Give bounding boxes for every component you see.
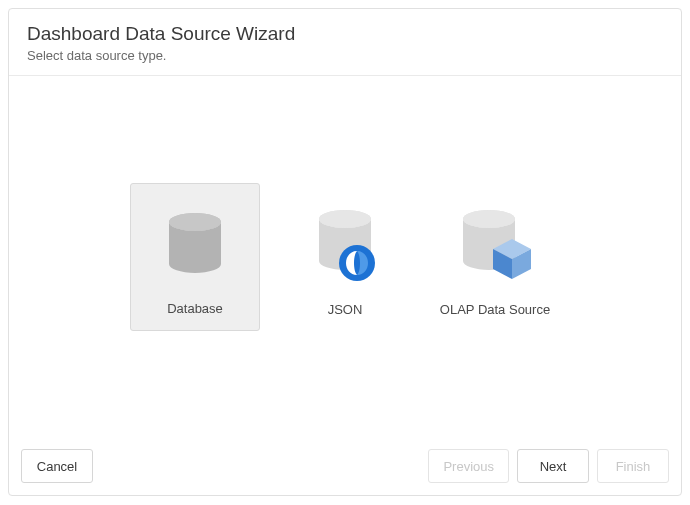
wizard-title: Dashboard Data Source Wizard [27,23,663,45]
database-icon [155,203,235,285]
option-json[interactable]: JSON [280,183,410,331]
wizard-body: Database JSON [9,76,681,437]
svg-point-3 [319,210,371,228]
option-olap-label: OLAP Data Source [440,302,550,317]
option-database[interactable]: Database [130,183,260,331]
svg-point-1 [169,213,221,231]
wizard-subtitle: Select data source type. [27,48,663,63]
wizard-header: Dashboard Data Source Wizard Select data… [9,9,681,76]
svg-point-4 [339,245,375,281]
olap-icon [455,204,535,286]
wizard-footer: Cancel Previous Next Finish [9,437,681,495]
next-button[interactable]: Next [517,449,589,483]
svg-point-6 [463,210,515,228]
option-database-label: Database [167,301,223,316]
option-json-label: JSON [328,302,363,317]
finish-button: Finish [597,449,669,483]
json-icon [305,204,385,286]
previous-button: Previous [428,449,509,483]
option-olap[interactable]: OLAP Data Source [430,183,560,331]
wizard-dialog: Dashboard Data Source Wizard Select data… [8,8,682,496]
cancel-button[interactable]: Cancel [21,449,93,483]
